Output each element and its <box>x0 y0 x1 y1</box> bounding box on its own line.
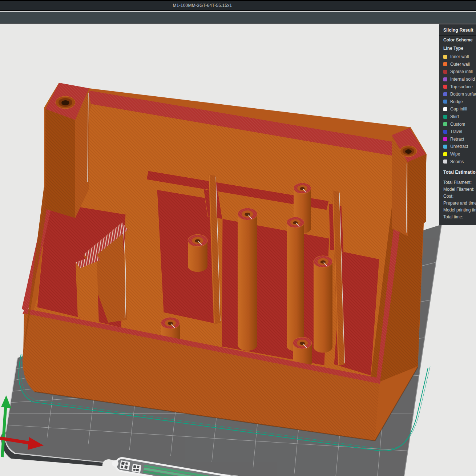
legend-label: Seams <box>450 159 464 164</box>
plate-marker-icon <box>132 464 141 473</box>
estimation-label: Total time: <box>443 214 476 221</box>
legend-item: Unretract <box>443 143 476 150</box>
legend-label: Outer wall <box>450 62 470 67</box>
legend-swatch <box>443 145 447 149</box>
toolbar <box>0 12 476 24</box>
sliced-model[interactable] <box>22 83 427 441</box>
legend-label: Travel <box>450 129 462 134</box>
legend-swatch <box>443 77 447 81</box>
legend-swatch <box>443 137 447 141</box>
legend-item: Bottom surface <box>443 90 476 98</box>
corner-pillar-left <box>45 83 89 218</box>
legend-swatch <box>443 122 447 126</box>
estimation-label: Model Filament: <box>443 186 476 193</box>
panel-title: Slicing Result <box>443 27 476 33</box>
legend-label: Gap infill <box>450 106 467 112</box>
legend-item: Outer wall <box>443 61 476 68</box>
legend-label: Custom <box>450 122 465 127</box>
screw-boss <box>188 234 207 272</box>
legend-swatch <box>443 70 447 74</box>
legend-swatch <box>443 107 447 111</box>
legend-label: Internal solid infill <box>450 77 476 82</box>
legend-item: Retract <box>443 136 476 143</box>
legend-item: Top surface <box>443 83 476 90</box>
application-window: M1-100MM-3GT-64T-55.15x1 <box>0 0 476 476</box>
legend-item: Sparse infill <box>443 68 476 76</box>
legend-item: Internal solid infill <box>443 76 476 83</box>
screw-boss <box>314 256 332 353</box>
legend-item: Custom <box>443 120 476 128</box>
estimation-label: Model printing time <box>443 207 476 214</box>
legend-swatch <box>443 62 447 66</box>
plate-qr-icon <box>120 460 130 470</box>
corner-pillar-right <box>392 128 426 236</box>
line-type-header: Line Type <box>443 44 476 52</box>
legend-label: Inner wall <box>450 54 469 59</box>
total-estimation-header: Total Estimation <box>443 169 476 176</box>
legend-swatch <box>443 130 447 134</box>
legend-label: Top surface <box>450 84 473 89</box>
title-bar: M1-100MM-3GT-64T-55.15x1 <box>0 0 476 11</box>
legend-label: Bridge <box>450 99 463 104</box>
legend-item: Gap infill <box>443 105 476 113</box>
estimation-label: Cost: <box>443 193 476 200</box>
legend-label: Bottom surface <box>450 92 476 97</box>
estimation-label: Total Filament: <box>443 179 476 186</box>
legend-label: Unretract <box>450 144 468 149</box>
legend-swatch <box>443 85 447 89</box>
legend-item: Inner wall <box>443 53 476 61</box>
screw-boss <box>238 208 257 351</box>
legend-label: Skirt <box>450 114 459 119</box>
legend-item: Bridge <box>443 98 476 106</box>
legend-label: Sparse infill <box>450 69 473 74</box>
slicing-result-panel: Slicing Result Color Scheme ⌄ Line Type … <box>439 24 476 225</box>
line-type-legend: Inner wallOuter wallSparse infillInterna… <box>443 53 476 165</box>
legend-label: Retract <box>450 137 464 142</box>
divider <box>439 178 476 178</box>
estimation-rows: Total Filament:Model Filament:Cost:Prepa… <box>443 179 476 221</box>
screw-boss <box>287 217 304 351</box>
window-title: M1-100MM-3GT-64T-55.15x1 <box>173 3 232 8</box>
legend-item: Seams <box>443 158 476 165</box>
color-scheme-label: Color Scheme <box>443 37 473 43</box>
slice-preview-viewport[interactable] <box>0 24 476 476</box>
legend-swatch <box>443 92 447 96</box>
legend-swatch <box>443 152 447 156</box>
legend-item: Skirt <box>443 113 476 121</box>
legend-swatch <box>443 160 447 164</box>
color-scheme-dropdown[interactable]: Color Scheme ⌄ <box>443 36 476 44</box>
legend-swatch <box>443 115 447 119</box>
legend-item: Travel <box>443 128 476 136</box>
legend-swatch <box>443 100 447 104</box>
legend-label: Wipe <box>450 152 460 157</box>
legend-item: Wipe <box>443 150 476 158</box>
legend-swatch <box>443 55 447 59</box>
estimation-label: Prepare and time <box>443 200 476 207</box>
